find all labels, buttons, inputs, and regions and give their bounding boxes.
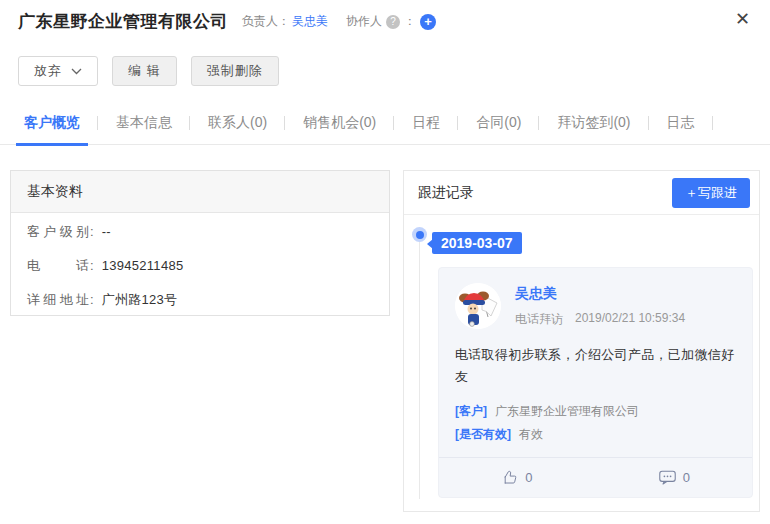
followup-author[interactable]: 吴忠美 (515, 285, 685, 303)
owner-label: 负责人： (242, 13, 290, 30)
abandon-label: 放弃 (34, 62, 62, 80)
tab-bar: 客户概览 基本信息 联系人(0) 销售机会(0) 日程 合同(0) 拜访签到(0… (0, 101, 770, 145)
field-phone: 电话:13945211485 (27, 257, 373, 291)
collaborator-colon: ： (404, 13, 416, 30)
followup-content: 电话取得初步联系，介绍公司产品，已加微信好友 (455, 344, 736, 388)
chevron-down-icon (71, 68, 82, 75)
basic-info-panel-title: 基本资料 (11, 171, 389, 213)
followup-type: 电话拜访 (515, 311, 563, 328)
field-colon: : (90, 224, 94, 239)
field-label: 电话 (27, 257, 89, 275)
timeline-date-badge[interactable]: 2019-03-07 (432, 232, 522, 254)
followup-timestamp: 2019/02/21 10:59:34 (575, 311, 685, 328)
basic-info-panel: 基本资料 客户级别:-- 电话:13945211485 详细地址:广州路123号 (10, 170, 390, 316)
add-collaborator-icon[interactable]: + (420, 14, 436, 30)
field-label: 客户级别 (27, 223, 89, 241)
followup-card-header: 吴忠美 电话拜访 2019/02/21 10:59:34 (455, 283, 736, 329)
followup-timeline: 2019-03-07 (404, 215, 759, 511)
timeline-line (419, 237, 420, 499)
tab-sales-opportunities[interactable]: 销售机会(0) (285, 101, 394, 145)
like-button[interactable]: 0 (439, 469, 596, 486)
comment-icon (658, 469, 677, 486)
followup-panel-title: 跟进记录 (418, 184, 474, 202)
write-followup-button[interactable]: ＋写跟进 (672, 178, 750, 208)
comment-button[interactable]: 0 (596, 469, 753, 486)
followup-author-block: 吴忠美 电话拜访 2019/02/21 10:59:34 (515, 283, 685, 329)
field-value: 广州路123号 (102, 291, 178, 309)
thumbs-up-icon (502, 469, 519, 486)
tab-contracts[interactable]: 合同(0) (458, 101, 539, 145)
field-colon: : (90, 258, 94, 273)
tag-label: [客户] (455, 400, 487, 423)
tab-customer-overview[interactable]: 客户概览 (6, 101, 98, 145)
field-address: 详细地址:广州路123号 (27, 291, 373, 325)
page-title: 广东星野企业管理有限公司 (18, 10, 228, 33)
timeline-dot-icon (412, 227, 427, 242)
header: 广东星野企业管理有限公司 负责人： 吴忠美 协作人 ? ： + (18, 10, 436, 33)
followup-card-footer: 0 0 (439, 457, 752, 497)
tab-visit-checkin[interactable]: 拜访签到(0) (539, 101, 648, 145)
followup-meta: 电话拜访 2019/02/21 10:59:34 (515, 311, 685, 328)
force-delete-button[interactable]: 强制删除 (191, 56, 279, 86)
tab-logs[interactable]: 日志 (649, 101, 713, 145)
tab-basic-info[interactable]: 基本信息 (98, 101, 190, 145)
comment-count: 0 (683, 470, 690, 485)
followup-card: 吴忠美 电话拜访 2019/02/21 10:59:34 电话取得初步联系，介绍… (438, 267, 753, 498)
collaborator-group: 协作人 ? ： + (346, 13, 436, 30)
tag-value: 广东星野企业管理有限公司 (495, 400, 639, 423)
help-icon[interactable]: ? (386, 15, 400, 29)
field-value: 13945211485 (102, 258, 184, 273)
field-label: 详细地址 (27, 291, 89, 309)
field-customer-level: 客户级别:-- (27, 223, 373, 257)
close-icon[interactable]: ✕ (735, 8, 750, 30)
customer-detail-panel: 广东星野企业管理有限公司 负责人： 吴忠美 协作人 ? ： + ✕ 放弃 编 辑… (0, 0, 770, 524)
field-value: -- (102, 224, 111, 239)
tab-contacts[interactable]: 联系人(0) (190, 101, 285, 145)
like-count: 0 (525, 470, 532, 485)
tag-customer: [客户] 广东星野企业管理有限公司 (455, 400, 736, 423)
tag-is-valid: [是否有效] 有效 (455, 423, 736, 446)
collaborator-label: 协作人 (346, 13, 382, 30)
tag-label: [是否有效] (455, 423, 511, 446)
basic-info-fields: 客户级别:-- 电话:13945211485 详细地址:广州路123号 (11, 213, 389, 325)
avatar (455, 283, 501, 329)
abandon-button[interactable]: 放弃 (18, 56, 98, 86)
edit-button[interactable]: 编 辑 (112, 56, 177, 86)
tag-value: 有效 (519, 423, 543, 446)
followup-panel-header: 跟进记录 ＋写跟进 (404, 171, 759, 215)
followup-tags: [客户] 广东星野企业管理有限公司 [是否有效] 有效 (455, 400, 736, 446)
followup-panel: 跟进记录 ＋写跟进 2019-03-07 (403, 170, 760, 512)
header-meta: 负责人： 吴忠美 协作人 ? ： + (242, 13, 436, 30)
tab-schedule[interactable]: 日程 (394, 101, 458, 145)
owner-name-link[interactable]: 吴忠美 (292, 13, 328, 30)
toolbar: 放弃 编 辑 强制删除 (18, 56, 279, 86)
field-colon: : (90, 292, 94, 307)
